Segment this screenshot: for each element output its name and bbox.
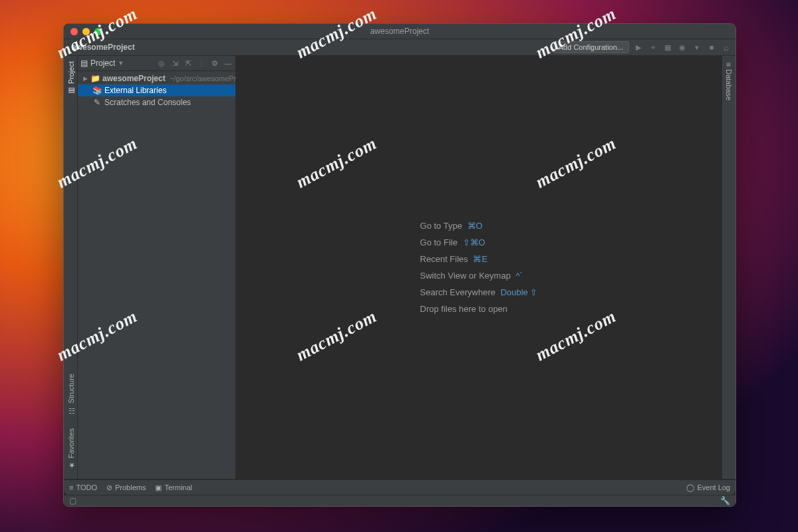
project-view-icon: ▤ xyxy=(80,59,88,68)
hint-label: Search Everywhere xyxy=(420,287,495,297)
bottom-tool-bar: ≡ TODO ⊘ Problems ▣ Terminal ◯ Event Log xyxy=(64,479,735,495)
navigation-bar: awesomeProject Add Configuration... ▶ ⌖ … xyxy=(64,39,735,56)
project-tool-tab-label: Project xyxy=(66,61,74,84)
problems-icon: ⊘ xyxy=(106,483,112,492)
structure-tool-tab-label: Structure xyxy=(66,374,74,404)
event-log-icon: ◯ xyxy=(686,483,694,492)
database-tool-tab-label: Database xyxy=(725,69,733,100)
tree-item-external-libraries[interactable]: 📚 External Libraries xyxy=(78,84,235,96)
project-panel-title-label: Project xyxy=(90,59,115,68)
hint-kbd: ⌘E xyxy=(473,254,487,264)
problems-tool-button[interactable]: ⊘ Problems xyxy=(106,483,146,492)
hint-label: Drop files here to open xyxy=(420,304,508,314)
hint-label: Go to File xyxy=(420,237,458,247)
problems-label: Problems xyxy=(115,483,146,491)
todo-tool-button[interactable]: ≡ TODO xyxy=(69,483,97,492)
hint-label: Recent Files xyxy=(420,254,468,264)
close-window-button[interactable] xyxy=(70,28,78,35)
hint-recent-files: Recent Files ⌘E xyxy=(420,254,538,264)
terminal-tool-button[interactable]: ▣ Terminal xyxy=(155,483,192,492)
folder-icon: 📁 xyxy=(90,74,100,83)
gear-icon[interactable]: ⚙ xyxy=(210,59,219,68)
profile-icon[interactable]: ◉ xyxy=(677,42,688,53)
tree-item-scratches[interactable]: ✎ Scratches and Consoles xyxy=(78,96,235,108)
terminal-icon: ▣ xyxy=(155,483,162,492)
library-icon: 📚 xyxy=(92,86,102,95)
settings-wrench-icon[interactable]: 🔧 xyxy=(720,496,730,505)
bottom-left-buttons: ≡ TODO ⊘ Problems ▣ Terminal xyxy=(69,483,192,492)
editor-area[interactable]: Go to Type ⌘O Go to File ⇧⌘O Recent File… xyxy=(236,56,722,479)
project-panel: ▤ Project ▼ ◎ ⇲ ⇱ | ⚙ — ▶ 📁 awesomeProj xyxy=(78,56,236,479)
tree-root-label: awesomeProject xyxy=(102,74,166,83)
hint-go-to-type: Go to Type ⌘O xyxy=(420,221,538,231)
project-tree[interactable]: ▶ 📁 awesomeProject ~/go/src/awesomeProje… xyxy=(78,71,235,108)
target-icon[interactable]: ◎ xyxy=(157,59,166,68)
hint-search-everywhere: Search Everywhere Double ⇧ xyxy=(420,287,538,297)
chevron-right-icon[interactable]: ▶ xyxy=(83,75,88,82)
right-tool-strip: ≡Database xyxy=(722,56,735,479)
structure-tool-tab[interactable]: ☷Structure xyxy=(66,371,75,418)
hint-drop-files: Drop files here to open xyxy=(420,304,538,314)
terminal-label: Terminal xyxy=(164,483,192,491)
hint-kbd: Double ⇧ xyxy=(501,287,538,297)
database-tool-tab[interactable]: ≡Database xyxy=(725,60,733,104)
hint-label: Switch View or Keymap xyxy=(420,271,511,281)
hint-kbd: ⌘O xyxy=(467,221,483,231)
project-panel-title[interactable]: ▤ Project ▼ xyxy=(80,59,124,68)
expand-all-icon[interactable]: ⇲ xyxy=(170,59,180,68)
toolwindows-icon[interactable]: ▢ xyxy=(69,496,76,505)
coverage-icon[interactable]: ▦ xyxy=(662,42,673,53)
run-icon[interactable]: ▶ xyxy=(633,42,644,53)
hide-icon[interactable]: — xyxy=(223,59,233,68)
divider: | xyxy=(197,59,206,68)
chevron-down-icon: ▼ xyxy=(118,60,124,66)
todo-icon: ≡ xyxy=(69,483,73,491)
hint-kbd: ⇧⌘O xyxy=(463,237,485,247)
tree-item-label: Scratches and Consoles xyxy=(104,98,191,107)
favorites-tool-tab-label: Favorites xyxy=(66,428,74,458)
window-title: awesomeProject xyxy=(64,27,735,36)
ide-body: ▤Project ☷Structure ★Favorites ▤ Project… xyxy=(64,56,735,479)
search-icon[interactable]: ⌕ xyxy=(721,42,732,53)
hint-label: Go to Type xyxy=(420,221,462,231)
traffic-lights xyxy=(64,28,102,35)
project-panel-toolbar: ◎ ⇲ ⇱ | ⚙ — xyxy=(157,59,233,68)
minimize-window-button[interactable] xyxy=(82,28,90,35)
breadcrumb[interactable]: awesomeProject xyxy=(68,43,135,52)
hint-kbd: ^` xyxy=(516,271,523,281)
tree-item-label: External Libraries xyxy=(104,86,166,95)
tree-root[interactable]: ▶ 📁 awesomeProject ~/go/src/awesomeProje… xyxy=(78,72,235,84)
attach-icon[interactable]: ▾ xyxy=(692,42,702,53)
event-log-label: Event Log xyxy=(697,483,730,491)
add-configuration-button[interactable]: Add Configuration... xyxy=(553,41,629,53)
favorites-tool-tab[interactable]: ★Favorites xyxy=(66,426,75,472)
project-panel-header: ▤ Project ▼ ◎ ⇲ ⇱ | ⚙ — xyxy=(78,56,235,71)
project-tool-tab[interactable]: ▤Project xyxy=(66,59,75,98)
hint-switch-view: Switch View or Keymap ^` xyxy=(420,271,538,281)
titlebar: awesomeProject xyxy=(64,24,735,39)
bottom-right-buttons: ◯ Event Log xyxy=(686,483,730,492)
editor-hints: Go to Type ⌘O Go to File ⇧⌘O Recent File… xyxy=(420,221,538,314)
collapse-all-icon[interactable]: ⇱ xyxy=(184,59,193,68)
event-log-button[interactable]: ◯ Event Log xyxy=(686,483,730,492)
hint-go-to-file: Go to File ⇧⌘O xyxy=(420,237,538,247)
zoom-window-button[interactable] xyxy=(94,28,102,35)
todo-label: TODO xyxy=(76,483,97,491)
debug-icon[interactable]: ⌖ xyxy=(648,42,658,53)
ide-window: awesomeProject awesomeProject Add Config… xyxy=(63,23,736,507)
stop-icon[interactable]: ■ xyxy=(706,42,717,53)
status-bar: ▢ 🔧 xyxy=(64,495,735,506)
left-tool-strip: ▤Project ☷Structure ★Favorites xyxy=(64,56,78,479)
scratch-icon: ✎ xyxy=(92,98,102,107)
run-toolbar: Add Configuration... ▶ ⌖ ▦ ◉ ▾ ■ ⌕ xyxy=(553,41,732,53)
